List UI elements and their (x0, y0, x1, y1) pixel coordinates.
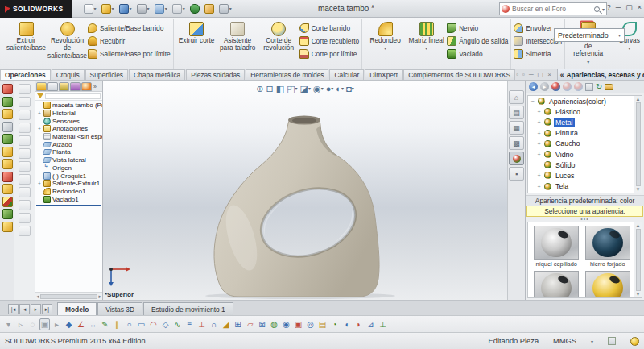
units-label[interactable]: MMGS (553, 337, 576, 345)
hole-wizard-button[interactable]: Asistente para taladro (217, 19, 258, 69)
tree-item-croquis1[interactable]: (-) Croquis1 (35, 172, 102, 180)
tree-item-saliente-extruir1[interactable]: + Saliente-Extruir1 (35, 180, 102, 188)
toolbar-icon-4[interactable] (2, 122, 13, 132)
minimize-button[interactable]: ─ (616, 3, 621, 11)
taskpane-file-explorer-tab[interactable]: ▦ (509, 121, 524, 135)
select-arrow-icon[interactable]: ▾ (3, 319, 14, 330)
convert-icon[interactable]: ∩ (208, 319, 219, 330)
draft-button[interactable]: Ángulo de salida (447, 36, 508, 46)
curvature-icon[interactable]: ◔ (329, 319, 340, 330)
rect-icon[interactable]: ▭ (136, 319, 147, 330)
tree-horizontal-scrollbar[interactable]: ◂▸ (35, 292, 102, 300)
tab-complementos[interactable]: Complementos de SOLIDWORKS (403, 69, 515, 80)
arc-icon[interactable]: ◠ (148, 319, 159, 330)
configurationmanager-tab[interactable] (59, 82, 69, 91)
taskpane-view-palette-tab[interactable]: ▩ (509, 136, 524, 150)
hide-show-items-icon[interactable]: ◉ ▾ (313, 85, 324, 93)
tab-calcular[interactable]: Calcular (329, 69, 364, 80)
appearance-thumb-hierro[interactable]: hierro forjado (584, 226, 633, 268)
appearance-thumb-niquel[interactable]: níquel cepillado (532, 226, 581, 268)
tab-estudio-movimiento[interactable]: Estudio de movimiento 1 (143, 302, 233, 315)
close-button[interactable]: × (638, 3, 642, 11)
appearance-item-metal[interactable]: + Metal (528, 117, 642, 127)
apply-scene-icon[interactable]: ◐ ▾ (336, 85, 344, 93)
taskpane-appearances-tab[interactable] (509, 152, 524, 165)
tab-scroll-first[interactable]: |◂ (8, 304, 19, 314)
toolbar-icon-8[interactable] (2, 172, 13, 182)
save-icon[interactable]: ▾ (118, 3, 133, 15)
extruded-cut-button[interactable]: Extruir corte (176, 19, 217, 69)
help-button[interactable]: ? (607, 3, 611, 11)
pan-icon[interactable]: ▹ (15, 319, 26, 330)
appearance-item-vidrio[interactable]: + Vidrio (528, 149, 642, 160)
tree-item-root[interactable]: maceta tambo (Pred (35, 102, 102, 110)
print-icon[interactable]: ▾ (136, 3, 151, 15)
back-icon[interactable]: ◂ (529, 82, 538, 91)
options-icon[interactable]: ▾ (218, 3, 233, 15)
toolbar-icon-9[interactable] (2, 184, 13, 194)
edit-appearance-icon[interactable]: ● ▾ (326, 85, 334, 93)
tab-piezas-soldadas[interactable]: Piezas soldadas (186, 69, 245, 80)
tree-expander[interactable]: + (37, 181, 42, 186)
tab-vistas-3d[interactable]: Vistas 3D (97, 302, 142, 315)
toolbar-icon-7[interactable] (2, 159, 13, 169)
circle-icon[interactable]: ○ (124, 319, 134, 330)
search-input[interactable] (512, 5, 592, 13)
fillet-button[interactable]: Redondeo ▾ (365, 19, 406, 69)
toolbar-icon-10[interactable] (2, 197, 13, 207)
move-icon[interactable]: ▱ (245, 319, 255, 330)
appearance-item-pintura[interactable]: + Pintura (528, 128, 642, 139)
shell-button[interactable]: Vaciado (447, 49, 508, 59)
graphics-viewport[interactable]: ⊕ ▾ ⊡ ▾ ◧ ▾ ◰ ▾ ◪ ▾ ◉ ▾ ● (103, 81, 507, 300)
polygon-icon[interactable]: ◇ (160, 319, 171, 330)
filter-input[interactable] (45, 93, 101, 99)
featuremanager-tab[interactable] (36, 82, 47, 91)
thickness-icon[interactable]: ⊥ (378, 319, 388, 330)
forum-search-box[interactable]: ▾ (499, 2, 607, 15)
search-icon[interactable] (594, 6, 600, 12)
configuration-dropdown[interactable]: Predeterminado ▾ (554, 28, 625, 42)
undo-icon[interactable]: ▾ (154, 3, 168, 15)
toolbar-icon-3[interactable] (2, 109, 13, 119)
linear-pattern-button[interactable]: Matriz lineal ▾ (406, 19, 447, 69)
forward-icon[interactable]: ▸ (540, 82, 549, 91)
toolbar-icon-11[interactable] (2, 209, 13, 219)
tree-expander[interactable]: + (536, 184, 542, 189)
horizontal-dim-icon[interactable]: ∠ (76, 319, 86, 330)
tree-item-vista-lateral[interactable]: Vista lateral (35, 156, 102, 164)
tab-herramientas-de-moldes[interactable]: Herramientas de moldes (246, 69, 328, 80)
zoom-area-icon[interactable]: ⊡ ▾ (266, 85, 274, 93)
section-view-icon[interactable]: ◧ ▾ (276, 85, 284, 93)
deviation-icon[interactable]: ◎ (305, 319, 316, 330)
tree-item-planta[interactable]: Planta (35, 148, 102, 156)
dimxpertmanager-tab[interactable] (70, 82, 80, 91)
toolbar-icon-2[interactable] (2, 97, 13, 107)
tab-chapa-metalica[interactable]: Chapa metálica (129, 69, 185, 80)
tree-expander[interactable]: + (536, 141, 542, 147)
pointer-icon[interactable]: ▸ (52, 319, 62, 330)
mirror-sketch-icon[interactable]: ◢ (221, 319, 231, 330)
appearance-item-luces[interactable]: + Luces (528, 170, 642, 181)
zebra-icon[interactable]: ▤ (317, 319, 328, 330)
parting-line-icon[interactable]: ◗ (353, 319, 364, 330)
rebuild-icon[interactable]: ▾ (189, 3, 200, 15)
revolved-cut-button[interactable]: Corte de revolución (258, 19, 299, 69)
zoom-fit-icon[interactable]: ⊕ ▾ (256, 85, 263, 93)
displaymanager-tab[interactable] (81, 82, 92, 91)
undercut-icon[interactable]: ◖ (341, 319, 352, 330)
tree-expander[interactable]: + (536, 109, 542, 114)
vertical-dim-icon[interactable]: ↔ (88, 319, 98, 330)
restore-button[interactable]: ▢ (625, 3, 633, 11)
appearances-tree-scrollbar[interactable]: ▲▼ (634, 96, 642, 193)
doc-minimize-icon[interactable]: ─ (529, 71, 534, 78)
tree-item-alzado[interactable]: Alzado (35, 140, 102, 148)
tab-croquis[interactable]: Croquis (52, 69, 85, 80)
curves-button[interactable]: Curvas ▾ (609, 19, 644, 69)
tree-item-origen[interactable]: Origen (35, 164, 102, 172)
filter-icon[interactable] (37, 93, 43, 98)
appearance-item-caucho[interactable]: + Caucho (528, 139, 642, 149)
lasso-icon[interactable]: ◌ (27, 319, 38, 330)
check-icon[interactable]: ▣ (293, 319, 303, 330)
appearance-item-solido[interactable]: Sólido (528, 160, 642, 170)
file-properties-icon[interactable]: ▾ (204, 3, 215, 15)
